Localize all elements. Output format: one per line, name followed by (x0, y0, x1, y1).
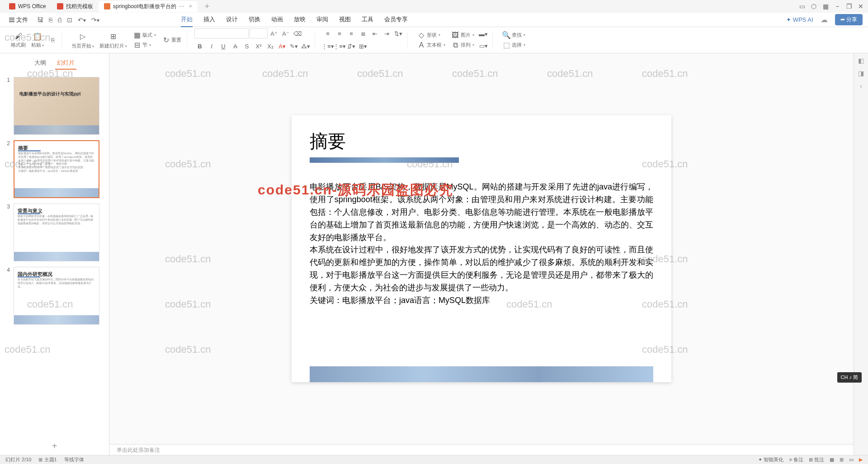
section-button[interactable]: ⊟节▾ (131, 41, 158, 50)
share-button[interactable]: ➦ 分享 (835, 14, 863, 25)
tab-design[interactable]: 设计 (226, 13, 238, 27)
strikethrough-button[interactable]: S (241, 41, 252, 52)
tab-tools[interactable]: 工具 (362, 13, 373, 27)
fill-icon[interactable]: ▬▾ (478, 29, 489, 40)
current-slide[interactable]: 摘要 电影播放平台采用B/S架构，数据库是MySQL。网站的搭建与开发采用了先进… (292, 115, 671, 382)
layout-button[interactable]: ▦版式▾ (131, 31, 158, 40)
clipboard-extra-icon[interactable]: ⎘ (47, 35, 58, 46)
font-family-select[interactable] (194, 28, 249, 38)
tab-animation[interactable]: 动画 (271, 13, 283, 27)
sidebar-icon-2[interactable]: ◨ (858, 70, 864, 77)
arrange-button[interactable]: ⧉排列▾ (449, 41, 476, 50)
line-spacing-icon[interactable]: ⇅▾ (393, 28, 404, 39)
slides-list[interactable]: 1 电影播放平台的设计与实现ppt 2 摘要 电影播放平台采用B/S架构，数据库… (0, 73, 109, 437)
tab-member[interactable]: 会员专享 (384, 13, 408, 27)
indent-decrease-icon[interactable]: ⇤ (369, 28, 380, 39)
bold-button[interactable]: B (194, 41, 205, 52)
bullets-icon[interactable]: ⋮≡▾ (322, 41, 333, 52)
superscript-button[interactable]: X² (253, 41, 264, 52)
select-button[interactable]: ⬚选择▾ (500, 41, 527, 50)
wps-ai-button[interactable]: ✦ WPS AI (786, 16, 813, 23)
win-icon-3[interactable]: ▦ (820, 1, 831, 12)
align-justify-icon[interactable]: ≣ (358, 28, 368, 39)
textbox-button[interactable]: A文本框▾ (415, 41, 447, 50)
view-reading-icon[interactable]: ▭ (849, 457, 854, 463)
new-slide-button[interactable]: ⊞新建幻灯片▾ (98, 31, 129, 49)
paste-button[interactable]: 📋粘贴▾ (29, 32, 46, 48)
increase-font-icon[interactable]: A⁺ (269, 28, 279, 39)
minimize-button[interactable]: − (832, 1, 843, 12)
maximize-button[interactable]: ❐ (844, 1, 854, 12)
format-painter-button[interactable]: 🖌格式刷 (9, 32, 28, 48)
numbering-icon[interactable]: ⋮≡▾ (334, 41, 345, 52)
tab-start[interactable]: 开始 (181, 13, 193, 27)
status-notes[interactable]: ≡ 备注 (789, 456, 803, 463)
start-page-button[interactable]: ▷当页开始▾ (70, 31, 96, 49)
decrease-font-icon[interactable]: A⁻ (280, 28, 291, 39)
highlight-button[interactable]: ✎▾ (288, 41, 299, 52)
picture-button[interactable]: 🖼图片▾ (449, 31, 476, 40)
print-icon[interactable]: ⎙ (58, 16, 61, 24)
tab-close-button[interactable]: × (189, 3, 192, 9)
win-icon-1[interactable]: ▭ (797, 1, 807, 12)
align-right-icon[interactable]: ≡ (346, 28, 357, 39)
tab-add-button[interactable]: + (201, 2, 213, 11)
tab-view[interactable]: 视图 (339, 13, 351, 27)
align-center-icon[interactable]: ≡ (334, 28, 345, 39)
slide-thumb-1[interactable]: 1 电影播放平台的设计与实现ppt (4, 77, 105, 135)
tab-review[interactable]: 审阅 (316, 13, 328, 27)
slide-body[interactable]: 电影播放平台采用B/S架构，数据库是MySQL。网站的搭建与开发采用了先进的ja… (310, 181, 653, 307)
view-sorter-icon[interactable]: ⊞ (840, 457, 844, 463)
file-label: 文件 (16, 16, 28, 24)
win-icon-2[interactable]: ⬡ (808, 1, 819, 12)
font-color-button[interactable]: A▾ (277, 41, 288, 52)
add-slide-button[interactable]: + (0, 437, 109, 455)
view-normal-icon[interactable]: ▦ (830, 457, 834, 463)
wps-logo-icon (9, 3, 15, 9)
app-tab-wps[interactable]: WPS Office (4, 1, 52, 11)
italic-button[interactable]: I (206, 41, 217, 52)
right-sidebar: ◧ ◨ ‹ (854, 53, 868, 455)
export-icon[interactable]: ⎘ (49, 16, 52, 24)
clear-format-icon[interactable]: ⌫ (292, 28, 303, 39)
slides-tab[interactable]: 幻灯片 (55, 57, 76, 70)
reset-button[interactable]: ↻重置 (160, 36, 183, 45)
notes-bar[interactable]: 单击此处添加备注 (109, 444, 854, 455)
titlebar: WPS Office 找稻壳模板 springboot电影播放平台的 ⋯ × +… (0, 0, 868, 13)
redo-icon[interactable]: ↷▾ (91, 16, 99, 24)
status-beautify[interactable]: ✦ 智能美化 (758, 456, 783, 463)
underline-button[interactable]: U (218, 41, 229, 52)
font-size-select[interactable] (250, 28, 268, 38)
align-left-icon[interactable]: ≡ (322, 28, 333, 39)
slide-title[interactable]: 摘要 (310, 129, 653, 154)
subscript-button[interactable]: X₂ (265, 41, 276, 52)
text-effect-button[interactable]: ⁂▾ (300, 41, 311, 52)
strike-button[interactable]: A̶ (230, 41, 241, 52)
preview-icon[interactable]: ⊡ (67, 16, 72, 24)
find-button[interactable]: 🔍查找▾ (500, 31, 527, 40)
save-icon[interactable]: 🖫 (37, 16, 43, 24)
indent-increase-icon[interactable]: ⇥ (381, 28, 392, 39)
sidebar-chevron-icon[interactable]: ‹ (860, 82, 862, 90)
outline-icon[interactable]: ▭▾ (478, 41, 489, 52)
tab-slideshow[interactable]: 放映 (294, 13, 306, 27)
view-slideshow-icon[interactable]: ▶ (859, 457, 863, 463)
file-menu[interactable]: 文件 (5, 14, 32, 26)
slide-canvas[interactable]: 摘要 电影播放平台采用B/S架构，数据库是MySQL。网站的搭建与开发采用了先进… (109, 53, 854, 444)
tab-insert[interactable]: 插入 (203, 13, 215, 27)
outline-tab[interactable]: 大纲 (33, 57, 48, 70)
close-button[interactable]: ✕ (855, 1, 866, 12)
tab-transition[interactable]: 切换 (249, 13, 260, 27)
cloud-icon[interactable]: ☁ (821, 15, 828, 24)
undo-icon[interactable]: ↶▾ (78, 16, 86, 24)
slide-thumb-4[interactable]: 4 国内外研究概况 在当前数字化飞速发展的时代，国内外对于在线视频播放系统的研究… (4, 267, 105, 325)
app-tab-template[interactable]: 找稻壳模板 (52, 1, 99, 12)
sidebar-icon-1[interactable]: ◧ (858, 57, 864, 64)
app-tab-document[interactable]: springboot电影播放平台的 ⋯ × (99, 1, 198, 12)
text-direction-icon[interactable]: ⇵▾ (346, 41, 357, 52)
slide-thumb-2[interactable]: 2 摘要 电影播放平台采用B/S架构，数据库是MySQL。网站的搭建与开发采用了… (4, 140, 105, 198)
slide-thumb-3[interactable]: 3 背景与意义 随着互联网技术的发展，在线视频点播系统得到了广泛应用...电影播… (4, 204, 105, 261)
shape-button[interactable]: ◇形状▾ (415, 31, 447, 40)
status-comment[interactable]: ⊞ 批注 (809, 456, 824, 463)
align-vertical-icon[interactable]: ⊞▾ (358, 41, 368, 52)
